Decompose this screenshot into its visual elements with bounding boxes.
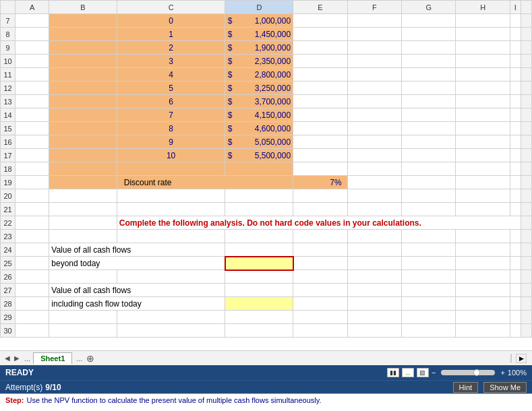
- table-row: 18: [1, 162, 532, 176]
- cell-d7[interactable]: $ 1,000,000: [225, 14, 293, 28]
- table-row: 29: [1, 311, 532, 324]
- hint-button[interactable]: Hint: [453, 382, 479, 393]
- table-row: 19 Discount rate 7%: [1, 176, 532, 189]
- table-row: 26: [1, 270, 532, 284]
- sheet-tab-sheet1[interactable]: Sheet1: [33, 352, 72, 364]
- page-break-icon[interactable]: ▧: [417, 368, 429, 377]
- col-header-e[interactable]: E: [293, 1, 347, 14]
- table-row: 9 2 $ 1,900,000: [1, 41, 532, 55]
- scroll-right-arrow[interactable]: ▶: [516, 354, 527, 363]
- table-row: 30: [1, 324, 532, 338]
- zoom-level: 100%: [508, 369, 527, 377]
- cell-d15[interactable]: $ 4,600,000: [225, 122, 293, 135]
- cell-c14[interactable]: 7: [117, 108, 225, 122]
- cell-c11[interactable]: 4: [117, 68, 225, 82]
- zoom-slider[interactable]: [441, 370, 495, 375]
- tab-nav-next[interactable]: ▶: [12, 354, 22, 363]
- cell-d14[interactable]: $ 4,150,000: [225, 108, 293, 122]
- col-header-h[interactable]: H: [456, 1, 510, 14]
- cell-d17[interactable]: $ 5,500,000: [225, 149, 293, 162]
- cell-c17[interactable]: 10: [117, 149, 225, 162]
- spreadsheet: A B C D E F G H I 7 0 $ 1,000,000: [0, 0, 532, 350]
- table-row: 14 7 $ 4,150,000: [1, 108, 532, 122]
- cell-d8[interactable]: $ 1,450,000: [225, 28, 293, 41]
- cell-c8[interactable]: 1: [117, 28, 225, 41]
- table-row[interactable]: 25 beyond today: [1, 257, 532, 270]
- table-row: 7 0 $ 1,000,000: [1, 14, 532, 28]
- zoom-plus[interactable]: +: [500, 369, 504, 377]
- cell-c7[interactable]: 0: [117, 14, 225, 28]
- cell-discount-label: Discount rate: [117, 176, 293, 189]
- step-bar: Step: Use the NPV function to calculate …: [0, 393, 532, 406]
- page-layout-icon[interactable]: ⎵: [402, 368, 414, 377]
- cell-c9[interactable]: 2: [117, 41, 225, 55]
- table-row[interactable]: 28 including cash flow today: [1, 297, 532, 311]
- table-row: 8 1 $ 1,450,000: [1, 28, 532, 41]
- tab-add-button[interactable]: ⊕: [86, 353, 94, 364]
- table-row: 15 8 $ 4,600,000: [1, 122, 532, 135]
- col-header-c[interactable]: C: [117, 1, 225, 14]
- table-row: 13 6 $ 3,700,000: [1, 95, 532, 108]
- table-row: 20: [1, 189, 532, 203]
- col-header-a[interactable]: A: [16, 1, 49, 14]
- cell-c15[interactable]: 8: [117, 122, 225, 135]
- show-me-button[interactable]: Show Me: [483, 382, 527, 393]
- table-row: 24 Value of all cash flows: [1, 243, 532, 257]
- sheet-tabs-bar: ◀ ▶ ... Sheet1 ... ⊕ ▶: [0, 350, 532, 365]
- corner-header: [1, 1, 16, 14]
- normal-view-icon[interactable]: ▮▮: [387, 368, 399, 377]
- tab-ellipsis[interactable]: ...: [24, 354, 30, 362]
- ready-indicator: READY: [5, 368, 34, 377]
- table-row: 17 10 $ 5,500,000: [1, 149, 532, 162]
- instruction-row: 22 Complete the following analysis. Do n…: [1, 216, 532, 230]
- cell-c12[interactable]: 5: [117, 82, 225, 95]
- tab-nav-prev[interactable]: ◀: [3, 354, 12, 363]
- attempts-bar: Attempt(s) 9/10 Hint Show Me: [0, 380, 532, 393]
- table-row: 10 3 $ 2,350,000: [1, 55, 532, 68]
- table-row: 11 4 $ 2,800,000: [1, 68, 532, 82]
- table-row: 16 9 $ 5,050,000: [1, 135, 532, 149]
- tab-dots-after[interactable]: ...: [76, 354, 82, 362]
- step-label: Step:: [5, 396, 24, 404]
- cell-discount-val: 7%: [293, 176, 347, 189]
- attempts-value: 9/10: [45, 383, 61, 392]
- horizontal-scrollbar[interactable]: [510, 354, 512, 363]
- zoom-minus[interactable]: −: [432, 369, 436, 377]
- value-including-label-2: including cash flow today: [49, 297, 225, 311]
- col-header-f[interactable]: F: [347, 1, 401, 14]
- step-text: Use the NPV function to calculate the pr…: [27, 396, 322, 404]
- value-beyond-label-2: beyond today: [49, 257, 225, 270]
- row-num-7: 7: [1, 14, 16, 28]
- value-beyond-label-1: Value of all cash flows: [49, 243, 225, 257]
- cell-d13[interactable]: $ 3,700,000: [225, 95, 293, 108]
- status-bar: READY ▮▮ ⎵ ▧ − + 100%: [0, 365, 532, 380]
- cell-c13[interactable]: 6: [117, 95, 225, 108]
- cell-d16[interactable]: $ 5,050,000: [225, 135, 293, 149]
- table-row: 23: [1, 230, 532, 243]
- col-header-d[interactable]: D: [225, 1, 293, 14]
- col-header-b[interactable]: B: [49, 1, 117, 14]
- status-right: ▮▮ ⎵ ▧ − + 100%: [387, 368, 527, 377]
- col-header-g[interactable]: G: [402, 1, 456, 14]
- cell-d10[interactable]: $ 2,350,000: [225, 55, 293, 68]
- cell-c10[interactable]: 3: [117, 55, 225, 68]
- cell-c16[interactable]: 9: [117, 135, 225, 149]
- instruction-text: Complete the following analysis. Do not …: [119, 218, 421, 228]
- attempts-label: Attempt(s): [5, 383, 42, 392]
- table-row: 21: [1, 203, 532, 216]
- cell-d9[interactable]: $ 1,900,000: [225, 41, 293, 55]
- value-including-label-1: Value of all cash flows: [49, 284, 225, 297]
- zoom-thumb: [473, 369, 480, 376]
- cell-d25[interactable]: [225, 257, 293, 270]
- cell-d28[interactable]: [225, 297, 293, 311]
- table-row: 27 Value of all cash flows: [1, 284, 532, 297]
- cell-d11[interactable]: $ 2,800,000: [225, 68, 293, 82]
- col-header-i[interactable]: I: [510, 1, 521, 14]
- cell-d12[interactable]: $ 3,250,000: [225, 82, 293, 95]
- table-row: 12 5 $ 3,250,000: [1, 82, 532, 95]
- instruction-cell: Complete the following analysis. Do not …: [117, 216, 521, 230]
